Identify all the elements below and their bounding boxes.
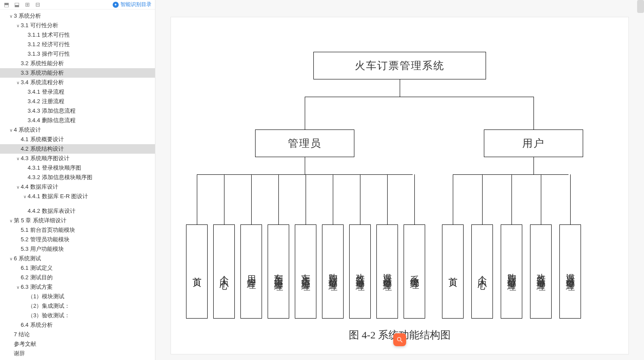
chevron-down-icon[interactable]: ∨ bbox=[15, 80, 21, 85]
line bbox=[400, 79, 400, 97]
toc-item[interactable]: ∨4.4 数据库设计 bbox=[0, 182, 155, 192]
toc-item[interactable]: 谢辞 bbox=[0, 349, 155, 358]
toc-item-label: 3 系统分析 bbox=[14, 12, 41, 20]
org-leaf-admin-node: 退票订单管理 bbox=[376, 224, 398, 319]
toc-item[interactable]: 4.3.2 添加信息模块顺序图 bbox=[0, 173, 155, 182]
collapse-up-icon[interactable]: ⬒ bbox=[3, 2, 9, 8]
find-in-page-button[interactable] bbox=[393, 333, 406, 346]
toc-item[interactable]: 5.3 用户功能模块 bbox=[0, 244, 155, 254]
toc-item[interactable]: 4.2 系统结构设计 bbox=[0, 144, 155, 154]
org-leaf-admin-node: 车型信息管理 bbox=[268, 224, 289, 319]
toc-item[interactable]: 6.2 测试目的 bbox=[0, 273, 155, 282]
line bbox=[305, 157, 305, 174]
outline-tree[interactable]: ∨3 系统分析∨3.1 可行性分析3.1.1 技术可行性3.1.2 经济可行性3… bbox=[0, 9, 155, 360]
toc-item-label: （2）集成测试： bbox=[28, 302, 70, 310]
toc-item[interactable]: 7 结论 bbox=[0, 330, 155, 339]
toc-item-label: 3.4.3 添加信息流程 bbox=[28, 107, 76, 115]
org-leaf-label: 退票订单管理 bbox=[383, 266, 392, 277]
toc-item[interactable]: 3.3 系统功能分析 bbox=[0, 68, 155, 78]
toc-item-label: 4 系统设计 bbox=[14, 126, 41, 134]
line bbox=[360, 174, 360, 224]
toc-item[interactable]: ∨4.4.1 数据库 E-R 图设计 bbox=[0, 192, 155, 201]
toc-item[interactable]: ∨4.3 系统顺序图设计 bbox=[0, 154, 155, 163]
outline-sidebar: ⬒ ⬓ ⊞ ⊟ ✦ 智能识别目录 ∨3 系统分析∨3.1 可行性分析3.1.1 … bbox=[0, 0, 155, 360]
line bbox=[414, 174, 415, 224]
toc-item[interactable]: （1）模块测试 bbox=[0, 292, 155, 301]
toc-item[interactable]: 3.1.3 操作可行性 bbox=[0, 49, 155, 59]
toc-item-label: 4.3 系统顺序图设计 bbox=[21, 155, 69, 162]
toc-item[interactable]: ∨4 系统设计 bbox=[0, 125, 155, 135]
toc-item[interactable]: ∨6 系统测试 bbox=[0, 254, 155, 263]
toc-item[interactable]: 3.1.2 经济可行性 bbox=[0, 40, 155, 49]
toc-item[interactable]: 5.1 前台首页功能模块 bbox=[0, 225, 155, 235]
toc-item[interactable]: 3.4.1 登录流程 bbox=[0, 87, 155, 97]
toc-item[interactable]: （3）验收测试： bbox=[0, 311, 155, 320]
toc-item[interactable]: 3.4.3 添加信息流程 bbox=[0, 106, 155, 116]
toc-item-label: 4.4 数据库设计 bbox=[21, 183, 58, 191]
org-leaf-admin-node: 系统管理 bbox=[404, 224, 425, 319]
toc-item[interactable]: 4.1 系统概要设计 bbox=[0, 135, 155, 144]
org-leaf-user-node: 购票订单管理 bbox=[501, 224, 522, 319]
line bbox=[534, 157, 534, 174]
org-leaf-label: 车型信息管理 bbox=[274, 266, 283, 277]
toc-item[interactable]: 6.1 测试定义 bbox=[0, 263, 155, 273]
org-mid-admin-node: 管理员 bbox=[255, 129, 354, 157]
collapse-minus-icon[interactable]: ⊟ bbox=[35, 2, 41, 8]
toc-item[interactable]: 3.4.2 注册流程 bbox=[0, 97, 155, 106]
toc-item[interactable]: ∨6.3 测试方案 bbox=[0, 282, 155, 292]
vertical-scrollbar[interactable] bbox=[637, 0, 644, 13]
toc-item-label: 3.1.3 操作可行性 bbox=[28, 50, 70, 58]
chevron-down-icon[interactable]: ∨ bbox=[8, 256, 14, 261]
svg-line-1 bbox=[401, 341, 402, 342]
org-leaf-label: 车次信息管理 bbox=[301, 266, 310, 277]
line bbox=[511, 174, 512, 224]
org-leaf-admin-node: 车次信息管理 bbox=[295, 224, 316, 319]
toc-item[interactable]: 参考文献 bbox=[0, 339, 155, 349]
line bbox=[333, 174, 333, 224]
org-leaf-admin-node: 购票订单管理 bbox=[322, 224, 344, 319]
toc-item-label: 3.1.1 技术可行性 bbox=[28, 31, 70, 39]
chevron-down-icon[interactable]: ∨ bbox=[22, 194, 28, 199]
toc-item[interactable]: 3.1.1 技术可行性 bbox=[0, 30, 155, 40]
org-root-label: 火车订票管理系统 bbox=[355, 59, 445, 73]
org-mid-user-node: 用户 bbox=[484, 129, 583, 157]
toc-item[interactable]: ∨3 系统分析 bbox=[0, 11, 155, 21]
toc-item[interactable]: ∨3.1 可行性分析 bbox=[0, 21, 155, 30]
toc-item-label: 7 结论 bbox=[14, 331, 30, 338]
toc-item[interactable]: ∨3.4 系统流程分析 bbox=[0, 78, 155, 87]
chevron-down-icon[interactable]: ∨ bbox=[8, 218, 14, 223]
org-root-node: 火车订票管理系统 bbox=[313, 52, 486, 79]
toc-item-label: （3）验收测试： bbox=[28, 312, 70, 319]
toc-item[interactable]: （2）集成测试： bbox=[0, 301, 155, 311]
toc-item-label: 6.2 测试目的 bbox=[21, 274, 53, 281]
expand-plus-icon[interactable]: ⊞ bbox=[24, 2, 30, 8]
org-leaf-label: 购票订单管理 bbox=[507, 266, 516, 277]
chevron-down-icon[interactable]: ∨ bbox=[8, 14, 14, 19]
org-leaf-label: 首页 bbox=[448, 270, 458, 273]
line bbox=[305, 97, 534, 97]
chevron-down-icon[interactable]: ∨ bbox=[15, 285, 21, 290]
toc-item[interactable]: 5.2 管理员功能模块 bbox=[0, 235, 155, 244]
chevron-down-icon[interactable]: ∨ bbox=[15, 23, 21, 28]
toc-item-label: 5.1 前台首页功能模块 bbox=[21, 226, 75, 234]
org-leaf-user-node: 退票订单管理 bbox=[559, 224, 581, 319]
toc-item[interactable]: 6.4 系统分析 bbox=[0, 320, 155, 330]
org-leaf-label: 首页 bbox=[193, 270, 202, 273]
toc-item[interactable]: 3.4.4 删除信息流程 bbox=[0, 116, 155, 125]
toc-item[interactable]: 4.4.2 数据库表设计 bbox=[0, 206, 155, 216]
toc-item-label: 6.3 测试方案 bbox=[21, 283, 53, 291]
toc-item-label: 6.4 系统分析 bbox=[21, 321, 53, 329]
collapse-down-icon[interactable]: ⬓ bbox=[14, 2, 20, 8]
toc-item[interactable]: 4.3.1 登录模块顺序图 bbox=[0, 163, 155, 173]
toc-item[interactable]: ∨第 5 章 系统详细设计 bbox=[0, 216, 155, 225]
chevron-down-icon[interactable]: ∨ bbox=[15, 185, 21, 189]
chevron-down-icon[interactable]: ∨ bbox=[8, 128, 14, 133]
toc-item-label: 3.2 系统性能分析 bbox=[21, 60, 64, 67]
org-leaf-user-node: 首页 bbox=[442, 224, 464, 319]
toc-item-label: 谢辞 bbox=[14, 350, 25, 357]
smart-toc-button[interactable]: ✦ 智能识别目录 bbox=[113, 1, 152, 8]
toc-item[interactable]: 3.2 系统性能分析 bbox=[0, 59, 155, 68]
smart-toc-label: 智能识别目录 bbox=[120, 1, 152, 8]
line bbox=[453, 174, 568, 175]
chevron-down-icon[interactable]: ∨ bbox=[15, 156, 21, 161]
